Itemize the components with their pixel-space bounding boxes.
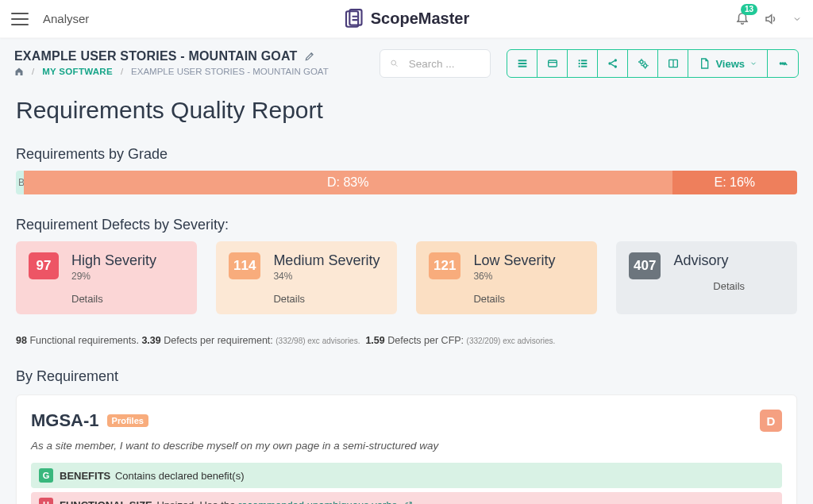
issue-benefits-text: Contains declared benefit(s) <box>112 470 244 482</box>
breadcrumb: / MY SOFTWARE / EXAMPLE USER STORIES - M… <box>14 67 364 76</box>
requirement-panel: MGSA-1 Profiles D As a site member, I wa… <box>16 394 797 504</box>
grade-e-segment[interactable]: E: 16% <box>672 171 797 194</box>
brand[interactable]: ScopeMaster <box>344 9 470 29</box>
fr-count: 98 <box>16 335 27 346</box>
advisory-details-link[interactable]: Details <box>713 280 745 292</box>
chevron-down-icon <box>749 60 757 67</box>
issue-tag-high: H <box>39 498 53 504</box>
medium-severity-count: 114 <box>229 252 260 279</box>
chevron-down-icon[interactable] <box>792 14 802 24</box>
medium-severity-label: Medium Severity <box>273 252 384 269</box>
toolbar-more-icon[interactable] <box>768 50 798 77</box>
issue-benefits: G BENEFITS Contains declared benefit(s) <box>31 463 782 488</box>
toolbar-views-dropdown[interactable]: Views <box>688 50 768 77</box>
advisory-label: Advisory <box>673 252 784 269</box>
search-box[interactable] <box>380 49 491 78</box>
view-toolbar: Views <box>507 49 799 78</box>
svg-rect-3 <box>518 60 527 61</box>
dpr-label: Defects per requirement: <box>161 335 276 346</box>
toolbar-share-icon[interactable] <box>598 50 628 77</box>
page-head: EXAMPLE USER STORIES - MOUNTAIN GOAT / M… <box>14 49 364 76</box>
topbar-right: 13 <box>735 10 802 27</box>
svg-rect-6 <box>549 60 557 67</box>
page-title: Requirements Quality Report <box>16 97 797 124</box>
requirement-grade: D <box>760 410 782 432</box>
menu-icon[interactable] <box>11 13 29 25</box>
brand-text: ScopeMaster <box>371 10 470 28</box>
edit-icon[interactable] <box>304 51 315 62</box>
topbar: Analyser ScopeMaster 13 <box>0 0 813 38</box>
toolbar-panel-icon[interactable] <box>658 50 688 77</box>
low-severity-count: 121 <box>429 252 460 279</box>
report-body: Requirements Quality Report Requirements… <box>14 78 799 504</box>
high-severity-details-link[interactable]: Details <box>71 293 184 305</box>
svg-rect-10 <box>581 63 587 64</box>
svg-rect-8 <box>581 60 587 61</box>
svg-rect-12 <box>581 66 587 67</box>
notifications-button[interactable]: 13 <box>735 10 749 27</box>
breadcrumb-sep: / <box>32 67 34 76</box>
severity-cards: 97 High Severity 29% Details 114 Medium … <box>16 241 797 314</box>
svg-rect-5 <box>518 66 527 67</box>
issue-size-pre: Unsized. Use the <box>154 499 238 505</box>
high-severity-pct: 29% <box>71 271 184 282</box>
medium-severity-pct: 34% <box>273 271 384 282</box>
medium-severity-card: 114 Medium Severity 34% Details <box>216 241 397 314</box>
stats-line: 98 Functional requirements. 3.39 Defects… <box>16 335 797 346</box>
high-severity-label: High Severity <box>71 252 184 269</box>
document-icon <box>698 57 711 70</box>
svg-point-20 <box>782 63 784 64</box>
toolbar-card-icon[interactable] <box>538 50 568 77</box>
grade-bar: B D: 83% E: 16% <box>16 171 797 194</box>
toolbar-detailed-list-icon[interactable] <box>568 50 598 77</box>
breadcrumb-sep: / <box>121 67 123 76</box>
defects-heading: Requirement Defects by Severity: <box>16 217 797 233</box>
svg-point-17 <box>644 64 647 67</box>
high-severity-count: 97 <box>29 252 59 279</box>
svg-rect-11 <box>579 66 580 67</box>
grade-d-segment[interactable]: D: 83% <box>24 171 672 194</box>
toolbar-list-icon[interactable] <box>507 50 538 77</box>
svg-point-16 <box>640 60 643 63</box>
toolbar-settings-icon[interactable] <box>628 50 658 77</box>
high-severity-card: 97 High Severity 29% Details <box>16 241 197 314</box>
issue-functional-size: H FUNCTIONAL SIZE Unsized. Use the recom… <box>31 492 782 504</box>
svg-point-2 <box>391 60 396 65</box>
dpc-note: (332/209) exc advisories. <box>467 337 556 345</box>
breadcrumb-my-software[interactable]: MY SOFTWARE <box>42 67 113 76</box>
project-title-text: EXAMPLE USER STORIES - MOUNTAIN GOAT <box>14 49 298 63</box>
dpc-label: Defects per CFP: <box>385 335 467 346</box>
grade-b-segment[interactable]: B <box>16 171 24 194</box>
volume-icon[interactable] <box>764 12 778 26</box>
page: EXAMPLE USER STORIES - MOUNTAIN GOAT / M… <box>0 38 813 504</box>
issue-tag-good: G <box>39 468 53 483</box>
breadcrumb-current: EXAMPLE USER STORIES - MOUNTAIN GOAT <box>131 67 329 76</box>
dpr-note: (332/98) exc advisories. <box>275 337 360 345</box>
fr-label: Functional requirements. <box>27 335 142 346</box>
svg-rect-9 <box>579 63 580 64</box>
search-input[interactable] <box>407 57 481 71</box>
grades-heading: Requirements by Grade <box>16 146 797 163</box>
low-severity-label: Low Severity <box>473 252 584 269</box>
requirement-id[interactable]: MGSA-1 <box>31 410 99 431</box>
user-story-text: As a site member, I want to describe mys… <box>31 440 782 452</box>
notification-count: 13 <box>741 4 757 15</box>
requirement-header: MGSA-1 Profiles D <box>31 410 782 432</box>
issue-size-label: FUNCTIONAL SIZE <box>60 499 152 505</box>
profiles-badge[interactable]: Profiles <box>107 414 148 427</box>
low-severity-details-link[interactable]: Details <box>473 293 584 305</box>
medium-severity-details-link[interactable]: Details <box>273 293 384 305</box>
brand-icon <box>344 9 364 29</box>
low-severity-card: 121 Low Severity 36% Details <box>416 241 597 314</box>
page-header-row: EXAMPLE USER STORIES - MOUNTAIN GOAT / M… <box>14 49 799 78</box>
toolbar-views-label: Views <box>715 58 745 70</box>
issue-size-link[interactable]: recommended unambiguous verbs. <box>238 499 400 505</box>
advisory-count: 407 <box>629 252 661 279</box>
svg-rect-4 <box>518 63 527 64</box>
advisory-card: 407 Advisory Details <box>616 241 797 314</box>
by-requirement-heading: By Requirement <box>16 368 797 385</box>
home-icon[interactable] <box>14 67 24 76</box>
app-section-label: Analyser <box>43 12 89 25</box>
dpr-value: 3.39 <box>141 335 160 346</box>
search-icon <box>390 58 399 69</box>
